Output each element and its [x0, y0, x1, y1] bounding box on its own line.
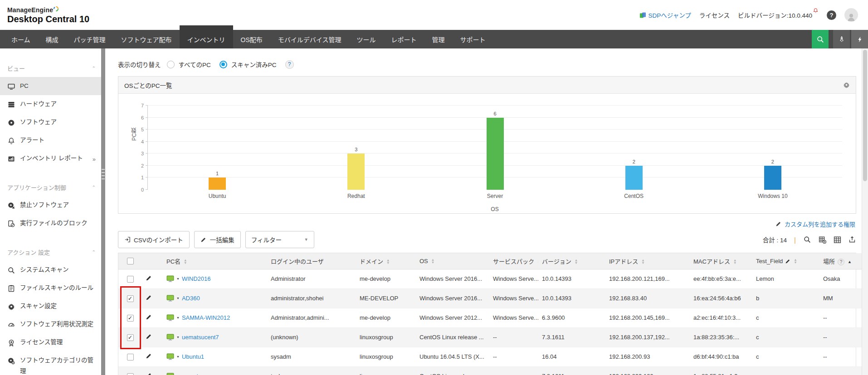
pc-name-link[interactable]: uematsu: [182, 373, 205, 375]
edit-column-pencil-icon[interactable]: [785, 259, 790, 264]
row-checkbox[interactable]: [127, 354, 134, 361]
sort-icon[interactable]: ▲▼: [575, 259, 578, 265]
column-help-icon[interactable]: ?: [838, 259, 844, 265]
column-header-ドメイン[interactable]: ドメイン▲▼: [356, 253, 416, 269]
column-header-MACアドレス[interactable]: MACアドレス▲▼: [690, 253, 752, 269]
nav-item-サポート[interactable]: サポート: [452, 30, 493, 48]
sort-icon[interactable]: ▲▼: [537, 259, 538, 265]
sidebar-item-ソフトウェアカテゴリの管理[interactable]: ソフトウェアカテゴリの管理: [0, 351, 101, 375]
caret-down-icon[interactable]: ▼: [176, 336, 180, 339]
column-header-PC名[interactable]: PC名▲▼: [163, 253, 267, 269]
sort-icon[interactable]: ▲▼: [431, 259, 434, 264]
import-csv-button[interactable]: CSVのインポート: [118, 231, 190, 248]
quick-actions-bolt-button[interactable]: [851, 30, 868, 48]
page-scrollbar[interactable]: [862, 48, 868, 375]
chart-bar-CentOS[interactable]: [625, 166, 643, 190]
column-header-OS[interactable]: OS▲▼: [416, 253, 489, 269]
nav-item-モバイルデバイス管理[interactable]: モバイルデバイス管理: [270, 30, 349, 48]
row-checkbox[interactable]: [127, 276, 134, 283]
scrollbar-thumb[interactable]: [863, 50, 867, 181]
help-icon[interactable]: ?: [827, 10, 836, 20]
sidebar-item-インベントリ レポート[interactable]: インベントリ レポート»: [0, 149, 101, 168]
table-grid-icon[interactable]: [833, 236, 841, 244]
nav-item-OS配布[interactable]: OS配布: [233, 30, 270, 48]
caret-down-icon[interactable]: ▼: [176, 297, 180, 300]
sort-icon[interactable]: ▲▼: [733, 259, 736, 265]
search-button[interactable]: [812, 30, 829, 48]
radio-label-すべてのPC[interactable]: すべてのPC: [179, 60, 211, 69]
brand-logo[interactable]: ManageEngine Desktop Central 10: [7, 6, 89, 24]
row-checkbox[interactable]: [127, 315, 134, 322]
column-header-Test_Field[interactable]: Test_Field▲▼: [752, 253, 819, 269]
pc-name-link[interactable]: Ubuntu1: [182, 353, 204, 360]
column-header-cb[interactable]: [118, 253, 142, 269]
radio-すべてのPC[interactable]: [167, 61, 175, 68]
nav-item-ホーム[interactable]: ホーム: [4, 30, 38, 48]
sidebar-item-ライセンス管理[interactable]: ライセンス管理: [0, 333, 101, 351]
sort-icon[interactable]: ▲▼: [386, 259, 390, 265]
sidebar-item-禁止ソフトウェア[interactable]: 禁止ソフトウェア: [0, 196, 101, 214]
edit-row-icon[interactable]: [146, 353, 152, 359]
sidebar-item-アラート[interactable]: アラート: [0, 131, 101, 149]
sidebar-section-title[interactable]: アプリケーション制御⌃: [0, 177, 101, 196]
sidebar-item-実行ファイルのブロック[interactable]: 実行ファイルのブロック: [0, 214, 101, 232]
sidebar-splitter[interactable]: [101, 48, 105, 375]
caret-down-icon[interactable]: ▼: [176, 355, 180, 358]
sidebar-item-ソフトウェア利用状況測定[interactable]: ソフトウェア利用状況測定: [0, 315, 101, 333]
edit-row-icon[interactable]: [146, 275, 152, 281]
add-column-icon[interactable]: [818, 236, 826, 244]
select-all-checkbox[interactable]: [127, 258, 134, 264]
column-header-バージョン[interactable]: バージョン▲▼: [538, 253, 605, 269]
add-custom-column-link[interactable]: カスタム列を追加する権限: [785, 220, 855, 228]
nav-item-構成[interactable]: 構成: [38, 30, 66, 48]
bulk-edit-button[interactable]: 一括編集: [194, 231, 241, 248]
whats-new-rocket-button[interactable]: [833, 30, 850, 48]
column-header-サービスパック[interactable]: サービスパック▲▼: [489, 253, 538, 269]
nav-item-パッチ管理[interactable]: パッチ管理: [66, 30, 113, 48]
sidebar-item-ハードウェア[interactable]: ハードウェア: [0, 95, 101, 113]
column-header-場所[interactable]: 場所?▲: [819, 253, 868, 269]
sort-icon[interactable]: ▲▼: [184, 259, 187, 265]
row-checkbox[interactable]: [127, 334, 134, 341]
sidebar-item-ソフトウェア[interactable]: ソフトウェア: [0, 113, 101, 131]
radio-label-スキャン済みPC[interactable]: スキャン済みPC: [231, 60, 277, 69]
chart-bar-Server[interactable]: [487, 118, 504, 190]
row-checkbox[interactable]: [127, 373, 134, 375]
edit-row-icon[interactable]: [146, 372, 152, 375]
export-icon[interactable]: [848, 236, 856, 244]
nav-item-レポート[interactable]: レポート: [383, 30, 424, 48]
sort-asc-icon[interactable]: ▲: [848, 260, 852, 264]
sidebar-section-title[interactable]: ビュー⌃: [0, 58, 101, 77]
nav-item-管理[interactable]: 管理: [424, 30, 452, 48]
nav-item-ツール[interactable]: ツール: [349, 30, 383, 48]
caret-down-icon[interactable]: ▼: [176, 316, 180, 319]
chart-bar-Redhat[interactable]: [347, 154, 365, 190]
sdp-jump-link[interactable]: SDPへジャンプ: [639, 10, 691, 19]
nav-item-ソフトウェア配布[interactable]: ソフトウェア配布: [113, 30, 180, 48]
pc-name-link[interactable]: AD360: [182, 295, 200, 302]
user-avatar[interactable]: [844, 8, 858, 22]
sidebar-item-ファイルスキャンのルール[interactable]: ファイルスキャンのルール: [0, 279, 101, 297]
search-icon[interactable]: [803, 236, 811, 244]
nav-item-インベントリ[interactable]: インベントリ: [180, 30, 233, 48]
edit-row-icon[interactable]: [146, 333, 152, 340]
edit-row-icon[interactable]: [146, 314, 152, 320]
pc-name-link[interactable]: WIND2016: [182, 275, 211, 282]
notification-bell-icon[interactable]: [813, 8, 819, 14]
settings-gear-icon[interactable]: [843, 82, 850, 88]
caret-down-icon[interactable]: ▼: [176, 277, 180, 280]
sidebar-item-PC[interactable]: PC: [0, 77, 101, 95]
edit-row-icon[interactable]: [146, 294, 152, 301]
license-link[interactable]: ライセンス: [699, 10, 730, 19]
chart-bar-Ubuntu[interactable]: [209, 178, 226, 190]
sort-icon[interactable]: ▲▼: [641, 259, 644, 265]
sidebar-item-スキャン設定[interactable]: スキャン設定: [0, 297, 101, 315]
chart-bar-Windows 10[interactable]: [764, 166, 781, 190]
radio-スキャン済みPC[interactable]: [219, 61, 227, 68]
row-checkbox[interactable]: [127, 295, 134, 302]
sidebar-item-システムスキャン[interactable]: システムスキャン: [0, 261, 101, 279]
column-header-IPアドレス[interactable]: IPアドレス▲▼: [605, 253, 690, 269]
help-question-icon[interactable]: ?: [285, 60, 294, 69]
pc-name-link[interactable]: uematsucent7: [182, 334, 219, 341]
pc-name-link[interactable]: SAMMA-WIN2012: [182, 314, 230, 321]
